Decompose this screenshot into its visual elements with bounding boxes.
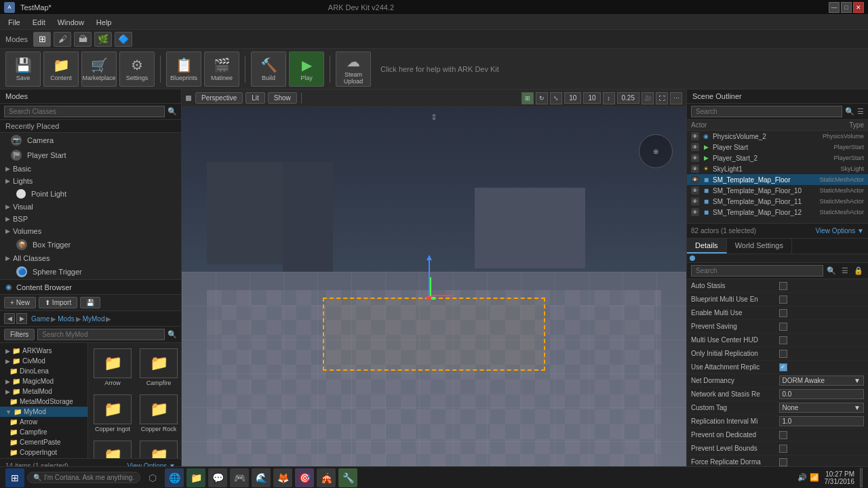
tree-item-arrow[interactable]: 📁 Arrow (0, 417, 87, 427)
outliner-item-playerstart2[interactable]: 👁 ▶ Player_Start_2 PlayerStart (687, 152, 868, 163)
enable-multiuse-checkbox[interactable] (779, 309, 787, 317)
tree-item-civmod[interactable]: ▶ 📁 CivMod (0, 356, 87, 366)
category-visual[interactable]: ▶ Visual (0, 201, 181, 213)
taskbar-app9[interactable]: 🔧 (338, 468, 357, 487)
category-basic[interactable]: ▶ Basic (0, 163, 181, 175)
menu-window[interactable]: Window (52, 17, 90, 28)
replication-interval-input[interactable] (779, 416, 865, 426)
show-btn[interactable]: Show (268, 92, 297, 104)
perspective-btn[interactable]: Perspective (195, 92, 243, 104)
bc-game[interactable]: Game (31, 315, 50, 323)
grid-snap-btn[interactable]: ⊞ (521, 92, 534, 104)
category-bsp[interactable]: ▶ BSP (0, 213, 181, 225)
tree-item-dinolena[interactable]: 📁 DinoLena (0, 366, 87, 376)
outliner-item-smfloor[interactable]: 👁 ◼ SM_Template_Map_Floor StaticMeshActo… (687, 174, 868, 185)
place-item-camera[interactable]: 📷 Camera (0, 133, 181, 148)
menu-help[interactable]: Help (91, 17, 117, 28)
taskbar-app5[interactable]: 🌊 (252, 468, 271, 487)
asset-copperingot[interactable]: 📁 Copper Ingot (91, 392, 134, 435)
asset-arrow[interactable]: 📁 Arrow (91, 346, 134, 389)
outliner-item-physvol2[interactable]: 👁 ◉ PhysicsVolume_2 PhysicsVolume (687, 131, 868, 142)
taskbar-app4[interactable]: 🎮 (230, 468, 249, 487)
tree-item-copperingot[interactable]: 📁 CopperIngot (0, 447, 87, 458)
scale-value[interactable]: 0.25 (617, 92, 639, 104)
details-search-input[interactable] (691, 265, 823, 277)
start-button[interactable]: ⊞ (5, 468, 24, 487)
place-item-pointlight[interactable]: Point Light (0, 187, 181, 201)
visibility-toggle[interactable]: 👁 (691, 143, 699, 151)
menu-edit[interactable]: Edit (27, 17, 51, 28)
show-desktop-btn[interactable] (860, 468, 863, 487)
details-grid-icon[interactable]: ☰ (840, 266, 850, 277)
asset-musket[interactable]: 📁 Musket (137, 438, 180, 458)
play-button[interactable]: ▶ Play (289, 52, 324, 87)
taskbar-app3[interactable]: 💬 (208, 468, 227, 487)
details-lock-icon[interactable]: 🔒 (853, 266, 864, 277)
tree-item-cementpaste[interactable]: 📁 CementPaste (0, 437, 87, 447)
search-classes-input[interactable] (4, 106, 165, 117)
settings-button[interactable]: ⚙ Settings (119, 52, 155, 87)
outliner-search-icon[interactable]: 🔍 (845, 107, 854, 116)
taskbar-app7[interactable]: 🎯 (295, 468, 314, 487)
prevent-saving-checkbox[interactable] (779, 323, 787, 331)
tree-item-metalmod[interactable]: ▶ 📁 MetalMod (0, 386, 87, 396)
forward-btn[interactable]: ▶ (16, 313, 27, 324)
auto-stasis-checkbox[interactable] (779, 282, 787, 290)
minimize-btn[interactable]: — (829, 2, 840, 13)
mode-foliage-btn[interactable]: 🌿 (94, 32, 112, 47)
matinee-button[interactable]: 🎬 Matinee (204, 52, 239, 87)
prevent-dedicated-checkbox[interactable] (779, 431, 787, 439)
visibility-toggle[interactable]: 👁 (691, 186, 699, 195)
tab-world-settings[interactable]: World Settings (727, 239, 792, 253)
network-stasis-input[interactable] (779, 389, 865, 399)
save-content-btn[interactable]: 💾 (80, 297, 100, 308)
place-item-spheretrigger[interactable]: 🔵 Sphere Trigger (0, 264, 181, 279)
category-allclasses[interactable]: ▶ All Classes (0, 252, 181, 264)
tree-item-campfire[interactable]: 📁 Campfire (0, 427, 87, 437)
steam-upload-button[interactable]: ☁ Steam Upload (336, 52, 371, 87)
only-initial-checkbox[interactable] (779, 350, 787, 358)
close-btn[interactable]: ✕ (853, 2, 864, 13)
rotation-size-input[interactable]: 10 (583, 92, 600, 104)
tree-item-arkwars[interactable]: ▶ 📁 ARKWars (0, 346, 87, 356)
tree-item-mymod[interactable]: ▼ 📁 MyMod (0, 407, 87, 417)
camera-speed-btn[interactable]: 🎥 (642, 92, 654, 104)
visibility-toggle[interactable]: 👁 (691, 208, 699, 216)
asset-copperrock[interactable]: 📁 Copper Rock (137, 392, 180, 435)
taskbar-app6[interactable]: 🦊 (273, 468, 292, 487)
asset-campfire[interactable]: 📁 Campfire (137, 346, 180, 389)
maximize-viewport-btn[interactable]: ⛶ (656, 92, 668, 104)
scale-snap-btn[interactable]: ⤡ (550, 92, 562, 104)
asset-metalshirt[interactable]: 📁 MetalShirt (91, 438, 134, 458)
prevent-level-checkbox[interactable] (779, 445, 787, 453)
outliner-item-smfloor10[interactable]: 👁 ◼ SM_Template_Map_Floor_10 StaticMeshA… (687, 185, 868, 196)
multiuse-hud-checkbox[interactable] (779, 336, 787, 344)
outliner-item-playerstart[interactable]: 👁 ▶ Player Start PlayerStart (687, 142, 868, 152)
outliner-search-input[interactable] (691, 106, 842, 117)
place-item-playerstart[interactable]: 🏁 Player Start (0, 148, 181, 163)
tree-item-magicmod[interactable]: ▶ 📁 MagicMod (0, 376, 87, 386)
search-btn[interactable]: 🔍 I'm Cortana. Ask me anything. (27, 472, 140, 483)
force-replicate-checkbox[interactable] (779, 458, 787, 466)
taskbar-app8[interactable]: 🎪 (317, 468, 336, 487)
visibility-toggle[interactable]: 👁 (691, 154, 699, 162)
outliner-item-smfloor12[interactable]: 👁 ◼ SM_Template_Map_Floor_12 StaticMeshA… (687, 207, 868, 218)
ie-btn[interactable]: 🌐 (165, 468, 184, 487)
back-btn[interactable]: ◀ (4, 313, 15, 324)
visibility-toggle[interactable]: 👁 (691, 165, 699, 173)
lit-btn[interactable]: Lit (245, 92, 265, 104)
outliner-item-skylight[interactable]: 👁 ☀ SkyLight1 SkyLight (687, 163, 868, 174)
import-button[interactable]: ⬆ Import (39, 297, 77, 308)
explorer-btn[interactable]: 📁 (186, 468, 205, 487)
transform-btn[interactable]: ↕ (603, 92, 615, 104)
clock[interactable]: 10:27 PM 7/31/2016 (825, 470, 855, 485)
grid-size-input[interactable]: 10 (564, 92, 581, 104)
visibility-toggle[interactable]: 👁 (691, 197, 699, 205)
tab-details[interactable]: Details (687, 239, 727, 253)
viewport-3d[interactable]: ⊕ ⇕ (182, 107, 686, 473)
filter-btn[interactable]: Filters (4, 329, 35, 340)
visibility-toggle[interactable]: 👁 (691, 176, 699, 184)
bp-multiuse-checkbox[interactable] (779, 296, 787, 304)
maximize-btn[interactable]: □ (841, 2, 852, 13)
task-view-btn[interactable]: ⬡ (143, 468, 162, 487)
